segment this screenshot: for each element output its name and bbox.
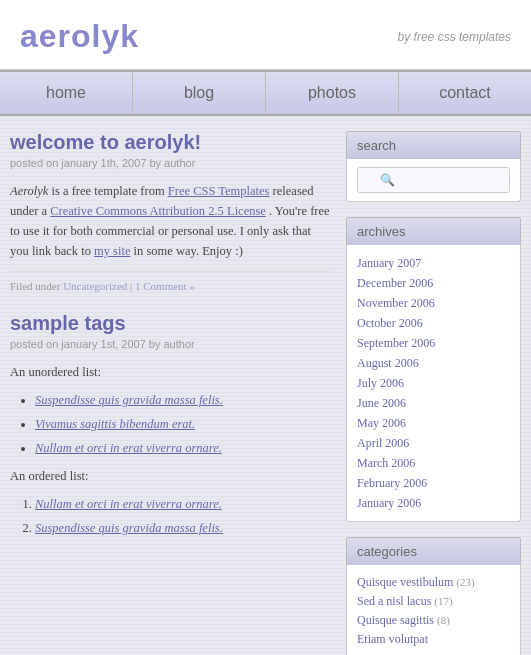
nav-home[interactable]: home (0, 72, 133, 114)
archives-content: January 2007 December 2006 November 2006… (346, 245, 521, 522)
archive-item: October 2006 (357, 313, 510, 333)
post-1: welcome to aerolyk! posted on january 1t… (10, 131, 331, 292)
list-item: Suspendisse quis gravida massa felis. (35, 518, 331, 538)
archive-link[interactable]: October 2006 (357, 316, 423, 330)
category-link[interactable]: Quisque sagittis (357, 613, 434, 627)
archive-item: July 2006 (357, 373, 510, 393)
archive-link[interactable]: July 2006 (357, 376, 404, 390)
comments-link[interactable]: 1 Comment » (135, 280, 195, 292)
post-2: sample tags posted on january 1st, 2007 … (10, 312, 331, 538)
archive-item: November 2006 (357, 293, 510, 313)
category-count: (23) (456, 576, 474, 588)
sidebar: search 🔍 archives January 2007 December … (346, 131, 521, 655)
archive-link[interactable]: February 2006 (357, 476, 427, 490)
archive-link[interactable]: August 2006 (357, 356, 419, 370)
archive-link[interactable]: November 2006 (357, 296, 435, 310)
post-1-footer: Filed under Uncategorized | 1 Comment » (10, 271, 331, 292)
archive-item: January 2006 (357, 493, 510, 513)
list-link-1[interactable]: Suspendisse quis gravida massa felis. (35, 393, 223, 407)
category-link[interactable]: Sed a nisl lacus (357, 594, 431, 608)
category-link[interactable]: Etiam volutpat (357, 632, 428, 646)
post-2-meta: posted on january 1st, 2007 by author (10, 338, 331, 350)
archive-item: September 2006 (357, 333, 510, 353)
archive-link[interactable]: September 2006 (357, 336, 435, 350)
archive-item: December 2006 (357, 273, 510, 293)
archive-link[interactable]: June 2006 (357, 396, 406, 410)
archive-link[interactable]: December 2006 (357, 276, 433, 290)
archive-link[interactable]: January 2006 (357, 496, 421, 510)
post-1-title: welcome to aerolyk! (10, 131, 331, 154)
list-link-3[interactable]: Nullam et orci in erat viverra ornare. (35, 441, 222, 455)
main-content: welcome to aerolyk! posted on january 1t… (10, 131, 331, 655)
archive-link[interactable]: January 2007 (357, 256, 421, 270)
search-section: search 🔍 (346, 131, 521, 202)
category-item: Quisque sagittis (8) (357, 611, 510, 630)
main-nav: home blog photos contact (0, 70, 531, 116)
nav-photos[interactable]: photos (266, 72, 399, 114)
archive-link[interactable]: April 2006 (357, 436, 409, 450)
category-link[interactable]: Quisque vestibulum (357, 575, 453, 589)
category-count: (8) (437, 614, 450, 626)
search-input[interactable] (357, 167, 510, 193)
free-css-link[interactable]: Free CSS Templates (168, 184, 270, 198)
archive-item: June 2006 (357, 393, 510, 413)
ordered-link-1[interactable]: Nullam et orci in erat viverra ornare. (35, 497, 222, 511)
nav-contact[interactable]: contact (399, 72, 531, 114)
category-link[interactable]: Uncategorized (63, 280, 127, 292)
ordered-intro: An ordered list: (10, 466, 331, 486)
cc-license-link[interactable]: Creative Commons Attribution 2.5 License (50, 204, 266, 218)
search-wrapper: 🔍 (357, 167, 510, 193)
archive-item: August 2006 (357, 353, 510, 373)
archive-item: February 2006 (357, 473, 510, 493)
search-content: 🔍 (346, 159, 521, 202)
archive-list: January 2007 December 2006 November 2006… (357, 253, 510, 513)
categories-header: categories (346, 537, 521, 565)
archive-item: March 2006 (357, 453, 510, 473)
ordered-link-2[interactable]: Suspendisse quis gravida massa felis. (35, 521, 223, 535)
categories-content: Quisque vestibulum (23) Sed a nisl lacus… (346, 565, 521, 655)
category-item: Quisque vestibulum (23) (357, 573, 510, 592)
aerolyk-text: Aerolyk (10, 184, 48, 198)
archive-item: January 2007 (357, 253, 510, 273)
post-2-title: sample tags (10, 312, 331, 335)
categories-section: categories Quisque vestibulum (23) Sed a… (346, 537, 521, 655)
category-item: Sed a nisl lacus (17) (357, 592, 510, 611)
header: aerolyk by free css templates (0, 0, 531, 70)
list-item: Nullam et orci in erat viverra ornare. (35, 494, 331, 514)
post-2-body: An unordered list: Suspendisse quis grav… (10, 362, 331, 538)
list-item: Suspendisse quis gravida massa felis. (35, 390, 331, 410)
post-1-body: Aerolyk is a free template from Free CSS… (10, 181, 331, 261)
filed-under-text: Filed under (10, 280, 63, 292)
content-wrapper: welcome to aerolyk! posted on january 1t… (0, 116, 531, 655)
list-link-2[interactable]: Vivamus sagittis bibendum erat. (35, 417, 195, 431)
archives-section: archives January 2007 December 2006 Nove… (346, 217, 521, 522)
category-list: Quisque vestibulum (23) Sed a nisl lacus… (357, 573, 510, 649)
site-title[interactable]: aerolyk (20, 18, 139, 55)
archive-item: May 2006 (357, 413, 510, 433)
archive-item: April 2006 (357, 433, 510, 453)
tagline: by free css templates (398, 30, 511, 44)
unordered-intro: An unordered list: (10, 362, 331, 382)
category-count: (17) (434, 595, 452, 607)
my-site-link[interactable]: my site (94, 244, 130, 258)
search-header: search (346, 131, 521, 159)
list-item: Nullam et orci in erat viverra ornare. (35, 438, 331, 458)
category-item: Etiam volutpat (357, 630, 510, 649)
archive-link[interactable]: March 2006 (357, 456, 415, 470)
nav-blog[interactable]: blog (133, 72, 266, 114)
ordered-list: Nullam et orci in erat viverra ornare. S… (10, 494, 331, 538)
unordered-list: Suspendisse quis gravida massa felis. Vi… (10, 390, 331, 458)
archive-link[interactable]: May 2006 (357, 416, 406, 430)
post-1-meta: posted on january 1th, 2007 by author (10, 157, 331, 169)
archives-header: archives (346, 217, 521, 245)
list-item: Vivamus sagittis bibendum erat. (35, 414, 331, 434)
